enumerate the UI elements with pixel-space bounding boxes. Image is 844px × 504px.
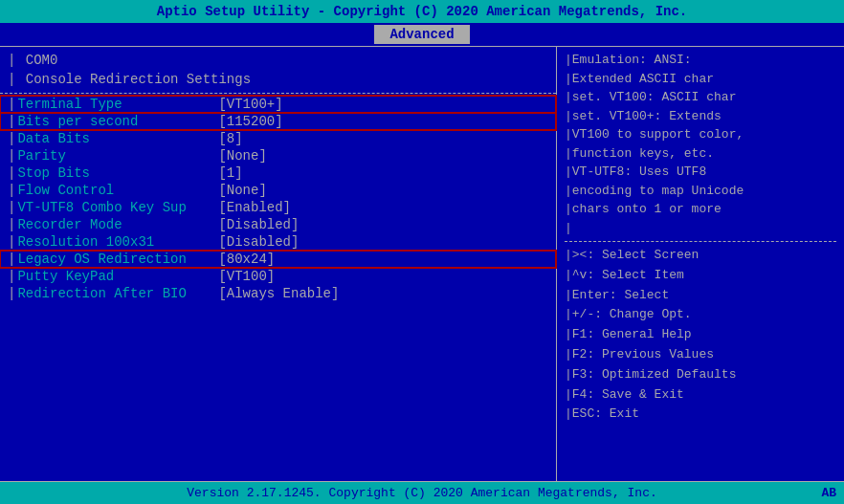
panel-subtitle: | Console Redirection Settings — [0, 70, 556, 89]
screen: Aptio Setup Utility - Copyright (C) 2020… — [0, 0, 844, 504]
settings-list: | Terminal Type[VT100+]| Bits per second… — [0, 96, 556, 302]
left-panel: | COM0 | Console Redirection Settings | … — [0, 47, 557, 481]
pipe-icon: | — [8, 72, 15, 87]
info-line-3: |set. VT100+: Extends — [565, 107, 836, 126]
right-separator — [565, 241, 836, 242]
pipe-icon: | — [8, 234, 15, 250]
info-line-8: |chars onto 1 or more — [565, 200, 836, 219]
setting-row-10[interactable]: | Putty KeyPad[VT100] — [0, 268, 556, 285]
setting-value-10: [VT100] — [218, 269, 275, 284]
setting-row-4[interactable]: | Stop Bits[1] — [0, 164, 556, 182]
right-keybinds: |><: Select Screen|^v: Select Item|Enter… — [565, 246, 836, 425]
setting-value-4: [1] — [218, 165, 242, 181]
setting-value-9: [80x24] — [218, 252, 275, 267]
footer-bar: Version 2.17.1245. Copyright (C) 2020 Am… — [0, 482, 844, 504]
setting-row-5[interactable]: | Flow Control[None] — [0, 182, 556, 199]
setting-label-8: Resolution 100x31 — [17, 234, 218, 250]
setting-value-5: [None] — [218, 183, 266, 198]
setting-row-9[interactable]: | Legacy OS Redirection[80x24] — [0, 251, 556, 268]
footer-text: Version 2.17.1245. Copyright (C) 2020 Am… — [187, 486, 656, 500]
keybind-line-6: |F3: Optimized Defaults — [565, 365, 836, 385]
pipe-icon: | — [8, 286, 15, 301]
keybind-line-2: |Enter: Select — [565, 286, 836, 306]
setting-label-7: Recorder Mode — [17, 217, 218, 232]
info-line-0: |Emulation: ANSI: — [565, 51, 836, 70]
setting-value-1: [115200] — [218, 114, 282, 129]
info-line-9: | — [565, 219, 836, 238]
info-line-6: |VT-UTF8: Uses UTF8 — [565, 163, 836, 182]
setting-row-11[interactable]: | Redirection After BIO[Always Enable] — [0, 285, 556, 302]
setting-label-6: VT-UTF8 Combo Key Sup — [17, 200, 218, 215]
info-line-4: |VT100 to support color, — [565, 125, 836, 144]
info-line-1: |Extended ASCII char — [565, 70, 836, 89]
pipe-icon: | — [8, 131, 15, 146]
keybind-line-8: |ESC: Exit — [565, 405, 836, 425]
setting-row-1[interactable]: | Bits per second[115200] — [0, 113, 556, 130]
setting-row-3[interactable]: | Parity[None] — [0, 147, 556, 164]
pipe-icon: | — [8, 252, 15, 267]
keybind-line-1: |^v: Select Item — [565, 266, 836, 286]
pipe-icon: | — [8, 217, 15, 232]
pipe-icon: | — [8, 97, 15, 112]
pipe-icon: | — [8, 148, 15, 164]
setting-value-8: [Disabled] — [218, 234, 299, 250]
setting-row-2[interactable]: | Data Bits[8] — [0, 130, 556, 147]
pipe-icon: | — [8, 183, 15, 198]
com-title: | COM0 — [0, 51, 556, 70]
pipe-icon: | — [8, 114, 15, 129]
setting-row-0[interactable]: | Terminal Type[VT100+] — [0, 96, 556, 113]
info-line-5: |function keys, etc. — [565, 144, 836, 164]
setting-label-9: Legacy OS Redirection — [17, 252, 218, 267]
main-area: | COM0 | Console Redirection Settings | … — [0, 46, 844, 482]
com-label: COM0 — [26, 53, 58, 68]
keybind-line-4: |F1: General Help — [565, 325, 836, 345]
setting-value-7: [Disabled] — [218, 217, 299, 232]
keybind-line-0: |><: Select Screen — [565, 246, 836, 266]
tab-advanced[interactable]: Advanced — [374, 25, 469, 44]
setting-label-3: Parity — [17, 148, 218, 164]
header-bar: Aptio Setup Utility - Copyright (C) 2020… — [0, 0, 844, 23]
setting-value-6: [Enabled] — [218, 200, 291, 215]
pipe-icon: | — [8, 269, 15, 284]
setting-value-11: [Always Enable] — [218, 286, 339, 301]
tabbar: Advanced — [0, 23, 844, 46]
setting-row-6[interactable]: | VT-UTF8 Combo Key Sup[Enabled] — [0, 199, 556, 216]
keybind-line-5: |F2: Previous Values — [565, 345, 836, 365]
keybind-line-3: |+/-: Change Opt. — [565, 305, 836, 325]
pipe-icon: | — [8, 165, 15, 181]
pipe-icon: | — [8, 53, 15, 68]
info-line-7: |encoding to map Unicode — [565, 182, 836, 201]
subtitle-label: Console Redirection Settings — [26, 72, 251, 87]
header-title: Aptio Setup Utility - Copyright (C) 2020… — [157, 4, 688, 19]
pipe-icon: | — [8, 200, 15, 215]
setting-label-1: Bits per second — [17, 114, 218, 129]
footer-badge: AB — [821, 486, 836, 500]
setting-label-5: Flow Control — [17, 183, 218, 198]
setting-label-11: Redirection After BIO — [17, 286, 218, 301]
setting-label-2: Data Bits — [17, 131, 218, 146]
setting-value-0: [VT100+] — [218, 97, 282, 112]
separator — [0, 93, 556, 94]
right-panel: |Emulation: ANSI:|Extended ASCII char|se… — [557, 47, 844, 481]
setting-label-4: Stop Bits — [17, 165, 218, 181]
info-line-2: |set. VT100: ASCII char — [565, 88, 836, 107]
setting-row-7[interactable]: | Recorder Mode[Disabled] — [0, 216, 556, 233]
setting-value-3: [None] — [218, 148, 266, 164]
right-info: |Emulation: ANSI:|Extended ASCII char|se… — [565, 51, 836, 237]
setting-label-10: Putty KeyPad — [17, 269, 218, 284]
setting-label-0: Terminal Type — [17, 97, 218, 112]
keybind-line-7: |F4: Save & Exit — [565, 385, 836, 405]
setting-row-8[interactable]: | Resolution 100x31[Disabled] — [0, 233, 556, 251]
setting-value-2: [8] — [218, 131, 242, 146]
